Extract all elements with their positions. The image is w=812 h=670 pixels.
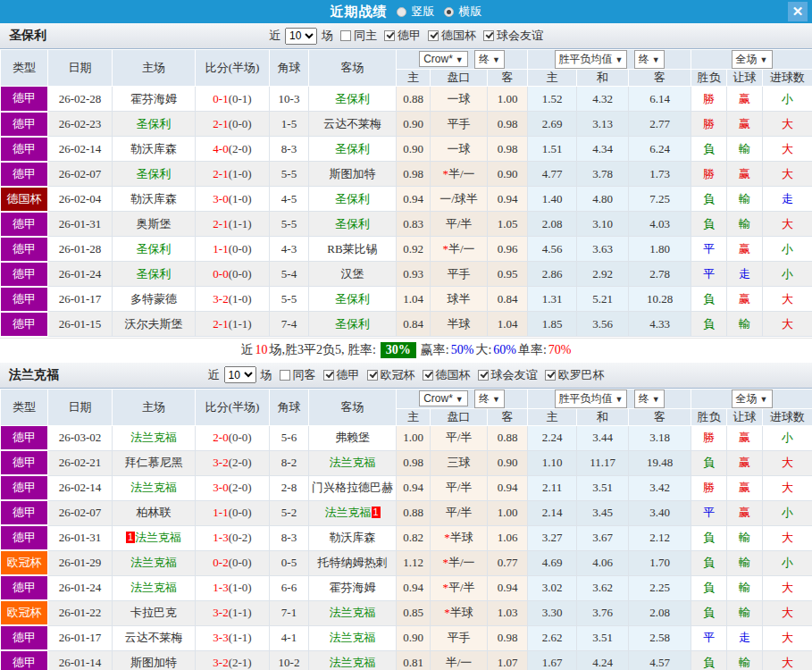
- match-type-badge: 德甲: [1, 625, 48, 650]
- handicap-away-odds: 1.03: [488, 600, 528, 625]
- col-header-away: 客场: [309, 50, 397, 87]
- match-date: 26-01-31: [48, 212, 113, 237]
- handicap-home-odds: 0.88: [397, 87, 431, 112]
- odds-draw: 4.80: [577, 187, 629, 212]
- away-team: 圣保利: [309, 187, 397, 212]
- handicap-home-odds: 0.85: [397, 600, 431, 625]
- match-date: 26-03-02: [48, 425, 113, 450]
- away-team: 圣保利: [309, 287, 397, 312]
- col-header-home: 主场: [113, 50, 196, 87]
- odds-draw: 3.10: [577, 212, 629, 237]
- match-type-badge: 德甲: [1, 162, 48, 187]
- company-dropdown[interactable]: Crow*▼: [419, 51, 468, 67]
- league-checkbox[interactable]: [478, 370, 489, 381]
- odds-home: 1.52: [528, 87, 577, 112]
- match-type-badge: 德甲: [1, 575, 48, 600]
- result-outcome: 勝: [691, 87, 727, 112]
- final-dropdown[interactable]: 终▼: [474, 50, 505, 69]
- vertical-mode-label[interactable]: 竖版: [412, 4, 435, 20]
- col-header-away: 客场: [309, 389, 397, 425]
- odds-draw: 4.24: [577, 650, 629, 670]
- match-type-badge: 欧冠杯: [1, 600, 48, 625]
- home-team: 法兰克福: [113, 475, 196, 500]
- odds-home: 4.69: [528, 550, 577, 575]
- odds-away: 2.58: [629, 625, 691, 650]
- match-type-badge: 德甲: [1, 475, 48, 500]
- scope-dropdown[interactable]: 全场▼: [732, 50, 773, 69]
- result-handicap: 赢: [727, 87, 763, 112]
- scope-dropdown[interactable]: 全场▼: [732, 389, 773, 408]
- result-goals: 走: [763, 187, 812, 212]
- league-checkbox[interactable]: [423, 370, 433, 381]
- odds-draw: 3.51: [577, 475, 629, 500]
- handicap-away-odds: 1.04: [488, 312, 528, 337]
- close-icon[interactable]: ✕: [788, 2, 808, 21]
- odds-home: 2.11: [528, 475, 577, 500]
- result-handicap: 赢: [727, 237, 763, 262]
- vertical-mode-radio[interactable]: [397, 7, 406, 17]
- odds-home: 2.14: [528, 500, 577, 525]
- away-team: 法兰克福1: [309, 500, 397, 525]
- match-date: 26-02-14: [48, 475, 113, 500]
- company-dropdown[interactable]: Crow*▼: [419, 390, 468, 406]
- horizontal-mode-label[interactable]: 横版: [459, 4, 482, 20]
- match-date: 26-02-23: [48, 112, 113, 137]
- corner-score: 4-5: [270, 187, 309, 212]
- match-count-select[interactable]: 10: [224, 366, 256, 383]
- horizontal-mode-radio[interactable]: [444, 7, 454, 17]
- result-outcome: 負: [691, 137, 727, 162]
- result-outcome: 勝: [691, 162, 727, 187]
- summary-text: 50%: [451, 343, 474, 357]
- final-dropdown[interactable]: 终▼: [474, 389, 505, 408]
- league-checkbox[interactable]: [545, 370, 556, 381]
- home-team: 勒沃库森: [113, 187, 196, 212]
- handicap-line: *半/一: [431, 550, 488, 575]
- handicap-away-odds: 0.90: [488, 450, 528, 475]
- result-outcome: 負: [691, 312, 727, 337]
- result-handicap: 走: [727, 262, 763, 287]
- result-handicap: 輸: [727, 600, 763, 625]
- result-goals: 大: [763, 287, 812, 312]
- league-checkbox[interactable]: [428, 30, 439, 41]
- chevron-down-icon: ▼: [492, 395, 500, 404]
- same-venue-checkbox[interactable]: [340, 30, 351, 41]
- full-half-score: 3-3(1-1): [196, 625, 270, 650]
- league-checkbox[interactable]: [323, 370, 334, 381]
- result-handicap: 赢: [727, 112, 763, 137]
- full-half-score: 2-0(0-0): [196, 425, 270, 450]
- corner-score: 4-3: [270, 237, 309, 262]
- match-type-badge: 德甲: [1, 450, 48, 475]
- full-half-score: 0-1(0-1): [196, 87, 270, 112]
- match-type-badge: 德甲: [1, 287, 48, 312]
- odds-draw: 3.78: [577, 162, 629, 187]
- handicap-home-odds: 0.88: [397, 500, 431, 525]
- league-checkbox[interactable]: [483, 30, 494, 41]
- odds-type-dropdown[interactable]: 胜平负均值▼: [555, 389, 628, 408]
- table-row: 德甲26-02-07柏林联1-1(0-0)5-2法兰克福10.88平/半1.00…: [1, 500, 812, 525]
- result-goals: 大: [763, 112, 812, 137]
- result-goals: 小: [763, 237, 812, 262]
- match-count-select[interactable]: 10: [285, 28, 317, 45]
- full-half-score: 1-1(0-0): [196, 237, 270, 262]
- chevron-down-icon: ▼: [615, 395, 624, 404]
- match-date: 26-02-07: [48, 500, 113, 525]
- filter-controls: 近10场同客德甲欧冠杯德国杯球会友谊欧罗巴杯: [208, 366, 605, 383]
- summary-text: 60%: [493, 343, 516, 357]
- odds-type-dropdown[interactable]: 胜平负均值▼: [555, 50, 628, 69]
- corner-score: 10-3: [270, 87, 309, 112]
- col-header-type: 类型: [1, 389, 48, 425]
- league-checkbox[interactable]: [384, 30, 395, 41]
- league-checkbox[interactable]: [367, 370, 378, 381]
- odds-draw: 11.17: [577, 450, 629, 475]
- handicap-home-odds: 0.84: [397, 312, 431, 337]
- odds-home: 1.10: [528, 450, 577, 475]
- result-goals: 小: [763, 87, 812, 112]
- odds-away: 3.40: [629, 500, 691, 525]
- final-dropdown[interactable]: 终▼: [634, 389, 665, 408]
- final-dropdown[interactable]: 终▼: [634, 50, 665, 69]
- match-date: 26-02-21: [48, 450, 113, 475]
- handicap-home-odds: 0.98: [397, 450, 431, 475]
- result-goals: 大: [763, 212, 812, 237]
- results-table: 类型 日期 主场 比分(半场) 角球 客场 Crow*▼ 终▼ 胜平负均值▼ 终…: [0, 49, 812, 338]
- same-venue-checkbox[interactable]: [280, 370, 290, 381]
